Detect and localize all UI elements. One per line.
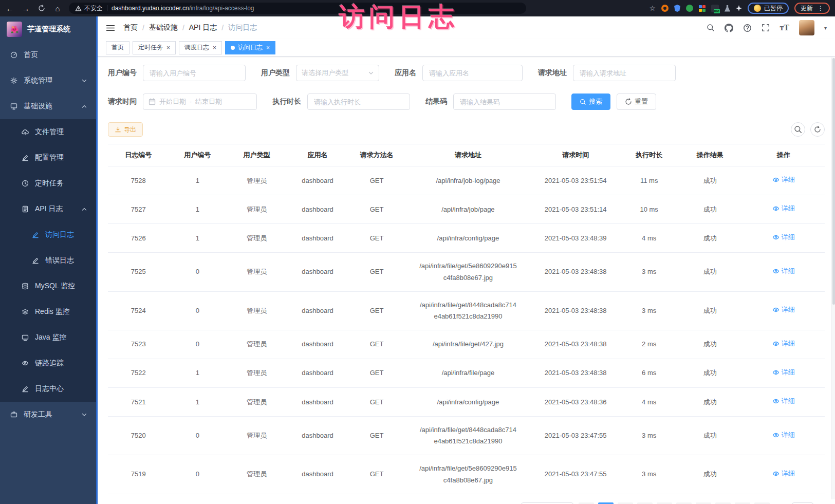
search-icon[interactable] xyxy=(707,24,715,32)
export-button[interactable]: 导出 xyxy=(108,122,143,137)
detail-link[interactable]: 详细 xyxy=(772,266,795,277)
sidebar-item-api-log[interactable]: API 日志 xyxy=(0,196,96,222)
text-input[interactable] xyxy=(453,94,556,110)
detail-link[interactable]: 详细 xyxy=(772,430,795,441)
sidebar-item-devtools[interactable]: 研发工具 xyxy=(0,402,96,427)
browser-back-icon[interactable]: ← xyxy=(5,4,14,13)
page-button-5[interactable]: 5 xyxy=(676,502,692,504)
extension-icon[interactable]: md xyxy=(711,5,719,12)
more-pages-button[interactable]: ... xyxy=(715,502,731,504)
refresh-table-button[interactable] xyxy=(810,122,825,137)
detail-link[interactable]: 详细 xyxy=(772,174,795,185)
page-size-select[interactable]: 10条/页 xyxy=(521,502,573,504)
detail-link[interactable]: 详细 xyxy=(772,468,795,479)
breadcrumb-item-0[interactable]: 首页 xyxy=(123,23,138,32)
address-bar[interactable]: 不安全 dashboard.yudao.iocoder.cn/infra/log… xyxy=(69,3,526,14)
browser-reload-icon[interactable] xyxy=(37,5,46,12)
text-input[interactable] xyxy=(573,65,676,81)
text-input[interactable] xyxy=(143,65,246,81)
sidebar-item-config[interactable]: 配置管理 xyxy=(0,145,96,171)
extension-icon[interactable] xyxy=(725,5,730,12)
reset-button[interactable]: 重置 xyxy=(617,94,656,110)
extension-icon[interactable] xyxy=(686,5,693,12)
filter-0-3: 请求地址 xyxy=(538,65,676,81)
filter-input[interactable] xyxy=(313,98,404,106)
tab-3[interactable]: 访问日志× xyxy=(225,41,275,54)
detail-link[interactable]: 详细 xyxy=(772,367,795,378)
sidebar-item-log-center[interactable]: 日志中心 xyxy=(0,376,96,402)
chevron-down-icon xyxy=(368,71,374,75)
security-warning[interactable]: 不安全 xyxy=(75,4,103,13)
browser-home-icon[interactable]: ⌂ xyxy=(53,4,62,13)
extension-icon[interactable] xyxy=(699,5,706,12)
filter-input[interactable] xyxy=(149,69,240,78)
page-button-753[interactable]: 753 xyxy=(735,502,750,504)
page-button-4[interactable]: 4 xyxy=(657,502,672,504)
cell-actions: 详细 xyxy=(743,330,825,359)
sidebar-item-error-log[interactable]: 错误日志 xyxy=(0,248,96,273)
chevron-down-icon[interactable]: ▾ xyxy=(824,25,827,31)
page-button-3[interactable]: 3 xyxy=(637,502,653,504)
close-icon[interactable]: × xyxy=(213,45,216,51)
detail-link[interactable]: 详细 xyxy=(772,396,795,407)
filter-input[interactable] xyxy=(459,98,550,106)
sidebar-item-file[interactable]: 文件管理 xyxy=(0,119,96,145)
shield-extension-icon[interactable] xyxy=(674,5,680,12)
schedule-icon xyxy=(22,180,30,187)
update-button[interactable]: 更新 ⋮ xyxy=(794,3,830,14)
app-logo[interactable]: 🌺 芋道管理系统 xyxy=(0,16,96,42)
sidebar-item-home[interactable]: 首页 xyxy=(0,42,96,68)
date-range-input[interactable]: 开始日期-结束日期 xyxy=(143,94,257,110)
sidebar-item-access-log[interactable]: 访问日志 xyxy=(0,222,96,248)
next-page-button[interactable] xyxy=(754,502,770,504)
goto-page-input[interactable] xyxy=(792,502,813,504)
eye-icon xyxy=(772,176,780,183)
prev-page-button[interactable] xyxy=(579,502,594,504)
extension-icon[interactable] xyxy=(661,5,669,12)
user-avatar[interactable] xyxy=(799,20,814,35)
sidebar-item-label: 错误日志 xyxy=(45,256,74,265)
browser-forward-icon[interactable]: → xyxy=(21,4,30,13)
sidebar-item-mysql[interactable]: MySQL 监控 xyxy=(0,273,96,299)
browser-menu-icon[interactable]: ⋮ xyxy=(818,5,824,12)
github-icon[interactable] xyxy=(725,24,733,32)
cell-method: GET xyxy=(348,330,405,359)
hamburger-icon[interactable] xyxy=(106,24,115,32)
sidebar-item-java[interactable]: Java 监控 xyxy=(0,325,96,350)
detail-link[interactable]: 详细 xyxy=(772,338,795,349)
detail-link[interactable]: 详细 xyxy=(772,203,795,214)
extensions-puzzle-icon[interactable] xyxy=(736,5,742,11)
sidebar-item-trace[interactable]: 链路追踪 xyxy=(0,350,96,376)
page-button-2[interactable]: 2 xyxy=(618,502,633,504)
bookmark-star-icon[interactable]: ☆ xyxy=(649,4,656,12)
page-button-1[interactable]: 1 xyxy=(598,502,614,504)
text-input[interactable] xyxy=(422,65,523,81)
search-button[interactable]: 搜索 xyxy=(571,94,610,110)
close-icon[interactable]: × xyxy=(166,45,170,51)
filter-input[interactable] xyxy=(579,69,670,78)
detail-link[interactable]: 详细 xyxy=(772,304,795,315)
sidebar-item-system[interactable]: 系统管理 xyxy=(0,68,96,94)
text-input[interactable] xyxy=(307,94,410,110)
tab-2[interactable]: 调度日志× xyxy=(179,41,222,54)
sidebar-item-infra[interactable]: 基础设施 xyxy=(0,94,96,119)
fullscreen-icon[interactable] xyxy=(762,24,770,32)
select-input[interactable]: 请选择用户类型 xyxy=(296,65,379,81)
tab-1[interactable]: 定时任务× xyxy=(133,41,176,54)
help-icon[interactable] xyxy=(743,24,752,32)
scrollbar[interactable] xyxy=(831,58,835,499)
eye-icon xyxy=(772,340,780,347)
toggle-search-button[interactable] xyxy=(791,122,805,137)
breadcrumb-item-1[interactable]: 基础设施 xyxy=(149,23,178,32)
filter-input[interactable] xyxy=(428,69,517,78)
font-size-icon[interactable]: тT xyxy=(780,23,789,32)
paused-badge[interactable]: 已暂停 xyxy=(748,3,789,14)
page-button-6[interactable]: 6 xyxy=(696,502,711,504)
sidebar-item-redis[interactable]: Redis 监控 xyxy=(0,299,96,325)
detail-link[interactable]: 详细 xyxy=(772,232,795,243)
close-icon[interactable]: × xyxy=(266,45,270,51)
sidebar-item-job[interactable]: 定时任务 xyxy=(0,171,96,196)
breadcrumb-item-2[interactable]: API 日志 xyxy=(189,23,217,32)
tab-0[interactable]: 首页 xyxy=(106,41,129,54)
infra-icon xyxy=(10,103,18,110)
